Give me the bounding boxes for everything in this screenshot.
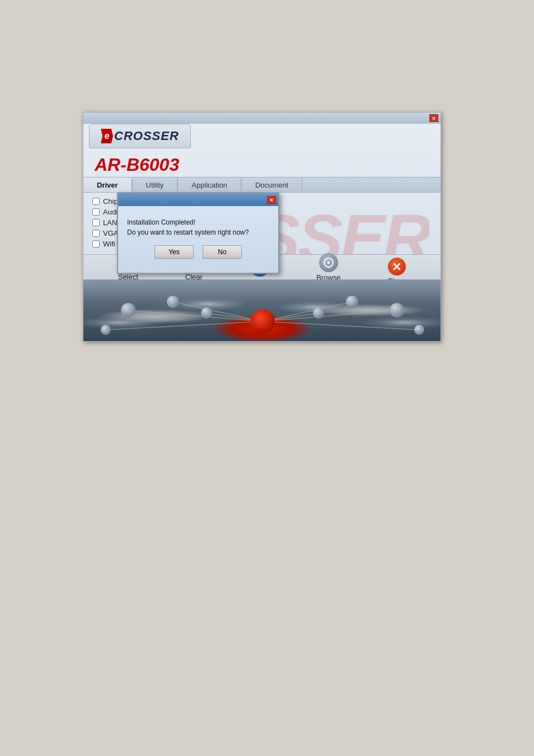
dialog-overlay: × Installation Completed! Do you want to… bbox=[117, 193, 279, 274]
logo-crosser-text: CROSSER bbox=[114, 129, 179, 143]
tab-application[interactable]: Application bbox=[178, 178, 241, 192]
logo-wrap: e CROSSER bbox=[101, 129, 179, 143]
svg-point-22 bbox=[390, 303, 404, 318]
lan-label: LAN bbox=[103, 218, 117, 227]
dialog-message-line2: Do you want to restart system right now? bbox=[127, 227, 269, 237]
network-svg bbox=[83, 279, 441, 341]
svg-point-19 bbox=[201, 307, 212, 319]
logo-area: e CROSSER bbox=[89, 124, 201, 152]
svg-point-17 bbox=[121, 303, 135, 318]
close-icon bbox=[388, 258, 406, 276]
svg-point-21 bbox=[346, 296, 358, 308]
main-window: × e CROSSER AR-B6003 Driver Utility Appl… bbox=[83, 112, 441, 342]
svg-line-15 bbox=[263, 321, 419, 330]
dialog-yes-button[interactable]: Yes bbox=[154, 245, 194, 259]
e-icon: e bbox=[101, 129, 113, 143]
svg-line-8 bbox=[128, 310, 263, 321]
svg-line-12 bbox=[263, 302, 352, 321]
svg-line-9 bbox=[173, 302, 263, 321]
dialog-content: Installation Completed! Do you want to r… bbox=[118, 206, 278, 265]
browse-disc-icon bbox=[319, 253, 338, 272]
bg-visual bbox=[83, 279, 441, 341]
product-title: AR-B6003 bbox=[95, 155, 179, 175]
dialog-buttons: Yes No bbox=[127, 245, 269, 259]
dialog-message-line1: Installation Completed! bbox=[127, 217, 269, 227]
vga-label: VGA bbox=[103, 229, 118, 237]
svg-point-18 bbox=[167, 296, 179, 308]
wifi-label: Wifi bbox=[103, 240, 115, 248]
tab-document[interactable]: Document bbox=[242, 178, 302, 192]
chipset-checkbox[interactable] bbox=[92, 198, 100, 205]
title-bar: × bbox=[83, 113, 441, 124]
wifi-checkbox[interactable] bbox=[92, 240, 100, 248]
svg-point-16 bbox=[250, 309, 275, 334]
dialog-close-button[interactable]: × bbox=[267, 196, 276, 204]
logo-tab: e CROSSER bbox=[89, 124, 191, 148]
svg-point-24 bbox=[414, 325, 424, 335]
vga-checkbox[interactable] bbox=[92, 230, 100, 237]
svg-line-13 bbox=[263, 310, 397, 321]
window-close-button[interactable]: × bbox=[429, 114, 438, 122]
lan-checkbox[interactable] bbox=[92, 219, 100, 226]
nav-tabs: Driver Utility Application Document bbox=[83, 177, 441, 193]
svg-line-14 bbox=[106, 321, 263, 330]
svg-point-20 bbox=[313, 307, 324, 319]
audio-checkbox[interactable] bbox=[92, 208, 100, 216]
svg-point-5 bbox=[327, 262, 330, 264]
dialog-no-button[interactable]: No bbox=[203, 245, 242, 259]
svg-point-23 bbox=[101, 325, 111, 335]
tab-driver[interactable]: Driver bbox=[83, 178, 132, 192]
dialog-title-bar: × bbox=[118, 194, 278, 206]
tab-utility[interactable]: Utility bbox=[133, 178, 178, 192]
